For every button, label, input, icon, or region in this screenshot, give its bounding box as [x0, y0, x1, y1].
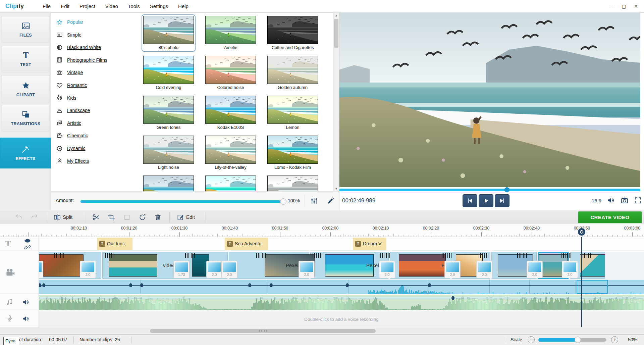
transition-box[interactable]: 2.0	[299, 261, 315, 278]
aspect-ratio-label[interactable]: 16:9	[592, 198, 601, 203]
amount-slider[interactable]	[80, 200, 284, 203]
maximize-button[interactable]: ▢	[619, 2, 629, 11]
menu-item-edit[interactable]: Edit	[56, 0, 74, 13]
title-clip[interactable]: TDream V	[353, 238, 386, 250]
timeline-hscrollbar[interactable]	[0, 328, 644, 334]
clip-trim-grip[interactable]	[380, 253, 385, 258]
menu-item-file[interactable]: File	[38, 0, 56, 13]
clip-thumbnail[interactable]	[109, 254, 157, 277]
apply-effect-brush-icon[interactable]	[327, 197, 335, 205]
playhead-pin[interactable]	[578, 228, 585, 236]
seek-bar[interactable]	[339, 189, 640, 191]
transition-box[interactable]: 2.0	[221, 261, 237, 278]
clip-trim-grip[interactable]	[109, 253, 114, 258]
effect-cold-evening[interactable]: Cold evening	[142, 55, 195, 91]
clip-trim-grip[interactable]	[386, 253, 390, 258]
seek-thumb[interactable]	[504, 187, 509, 192]
clip-audio-track[interactable]	[0, 280, 644, 294]
zoom-in-button[interactable]: +	[611, 336, 618, 343]
effect-coffee-and-cigarettes[interactable]: Coffee and Cigarettes	[266, 15, 319, 51]
timeline-ruler[interactable]: 00:01:1000:01:2000:01:3000:01:4000:01:50…	[0, 224, 644, 237]
music-volume-line[interactable]	[39, 298, 644, 298]
category-kids[interactable]: Kids	[56, 93, 76, 103]
video-track[interactable]: video (4)Pexels VidPexels ViE2.01.732.01…	[0, 252, 644, 280]
minimize-button[interactable]: –	[607, 2, 616, 11]
music-mute-speaker-icon[interactable]	[22, 298, 30, 306]
volume-keyframe[interactable]	[140, 283, 143, 287]
close-button[interactable]: ✕	[631, 2, 641, 11]
video-preview[interactable]	[339, 13, 640, 187]
clip-trim-grip[interactable]	[561, 253, 566, 258]
category-vintage[interactable]: Vintage	[56, 67, 83, 78]
fullscreen-icon[interactable]	[634, 196, 642, 204]
visibility-eye-icon[interactable]	[23, 238, 32, 244]
clip-trim-grip[interactable]	[523, 253, 527, 258]
volume-keyframe[interactable]	[270, 283, 273, 287]
effect-colored-noise[interactable]: Colored noise	[204, 55, 257, 91]
clip-trim-grip[interactable]	[567, 253, 572, 258]
effect-golden-autumn[interactable]: Golden autumn	[266, 55, 319, 91]
clip-trim-grip[interactable]	[104, 253, 108, 258]
transition-box[interactable]: 1.73	[173, 261, 190, 278]
category-romantic[interactable]: Romantic	[56, 80, 87, 90]
sidebar-item-files[interactable]: FILES	[2, 16, 50, 43]
category-black-and-white[interactable]: Black and White	[56, 42, 101, 52]
zoom-out-button[interactable]: −	[528, 336, 535, 343]
transition-box[interactable]: 2.0	[80, 261, 96, 278]
transition-box[interactable]: 2.0	[206, 261, 222, 278]
clip-trim-grip[interactable]	[256, 253, 261, 258]
effect-am-lie[interactable]: Amélie	[204, 15, 257, 51]
volume-keyframe[interactable]	[42, 283, 45, 287]
sidebar-item-text[interactable]: TTEXT	[2, 46, 50, 72]
scissors-icon[interactable]	[92, 213, 100, 221]
category-artistic[interactable]: Artistic	[56, 118, 81, 128]
link-icon[interactable]	[24, 244, 31, 251]
amount-slider-thumb[interactable]	[280, 198, 286, 205]
trash-icon[interactable]	[154, 213, 162, 221]
effect-lily-of-the-valley[interactable]: Lily-of-the-valley	[204, 135, 257, 171]
hscrollbar-thumb[interactable]	[150, 329, 376, 333]
effect-partial[interactable]	[204, 175, 257, 191]
category-popular[interactable]: Popular	[56, 17, 83, 27]
scrollbar-thumb[interactable]	[334, 19, 338, 48]
clip-trim-grip[interactable]	[313, 253, 317, 258]
sidebar-item-effects[interactable]: EFFECTS	[0, 138, 51, 168]
effect-kodak-e100s[interactable]: Kodak E100S	[204, 95, 257, 131]
effect-partial[interactable]	[266, 175, 319, 191]
transition-box[interactable]: 2.0	[444, 261, 461, 278]
edit-icon[interactable]	[177, 213, 184, 221]
start-button-tooltip[interactable]: Пуск	[3, 337, 19, 345]
volume-keyframe[interactable]	[346, 283, 349, 287]
split-button-label[interactable]: Split	[63, 214, 72, 220]
clip-trim-grip[interactable]	[442, 253, 446, 258]
clip-trim-grip[interactable]	[484, 253, 489, 258]
edit-button-label[interactable]: Edit	[186, 214, 195, 220]
effect-lomo-kodak-film[interactable]: Lomo - Kodak Film	[266, 135, 319, 171]
category-simple[interactable]: Simple	[56, 30, 82, 40]
rotate-icon[interactable]	[139, 213, 146, 221]
menu-item-video[interactable]: Video	[100, 0, 123, 13]
clip-trim-grip[interactable]	[185, 253, 190, 258]
clip-trim-grip[interactable]	[318, 253, 323, 258]
previous-frame-button[interactable]	[463, 194, 477, 207]
effect-light-noise[interactable]: Light noise	[142, 135, 195, 171]
volume-keyframe[interactable]	[129, 283, 132, 287]
scale-slider-thumb[interactable]	[575, 337, 581, 343]
effect-lemon[interactable]: Lemon	[266, 95, 319, 131]
effect-green-tones[interactable]: Green tones	[142, 95, 195, 131]
category-my-effects[interactable]: My Effects	[56, 156, 89, 166]
volume-keyframe[interactable]	[428, 283, 431, 287]
sidebar-item-transitions[interactable]: TRANSITIONS	[2, 105, 50, 132]
clip-trim-grip[interactable]	[262, 253, 266, 258]
category-photographic-films[interactable]: Photographic Films	[56, 55, 107, 65]
clip-trim-grip[interactable]	[54, 253, 59, 258]
volume-icon[interactable]	[607, 196, 615, 204]
scroll-up-icon[interactable]: ▲	[333, 13, 339, 18]
transition-box[interactable]: 2.0	[379, 261, 395, 278]
voice-track[interactable]: Double-click to add a voice recording	[0, 311, 644, 327]
scroll-down-icon[interactable]: ▼	[333, 186, 339, 191]
music-track[interactable]	[0, 295, 644, 310]
voice-mute-speaker-icon[interactable]	[22, 315, 30, 323]
split-icon[interactable]	[53, 213, 61, 221]
transition-box[interactable]: 2.0	[527, 261, 543, 278]
